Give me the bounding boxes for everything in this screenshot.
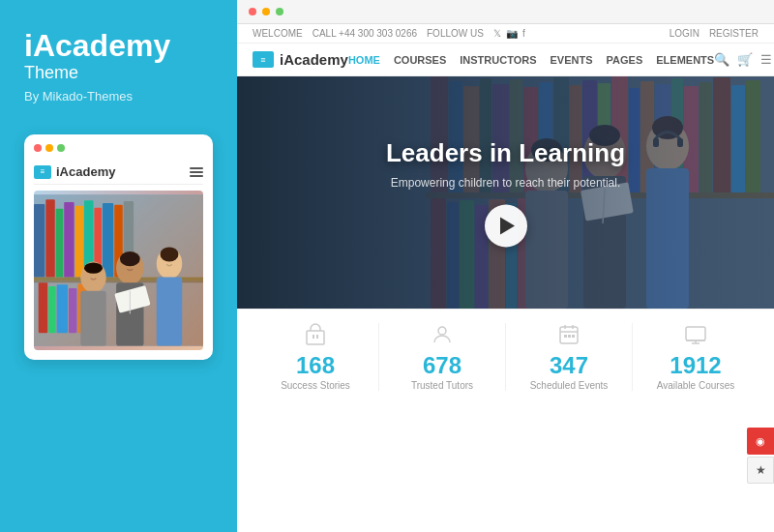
stat-label-stories: Success Stories [253, 380, 378, 391]
browser-dot-red [249, 8, 256, 15]
mobile-logo: ≡ iAcademy [34, 164, 115, 179]
search-icon[interactable]: 🔍 [714, 52, 729, 67]
floating-btn-icon: ◉ [756, 435, 765, 448]
svg-point-30 [120, 251, 140, 266]
mobile-hamburger-icon[interactable] [190, 167, 203, 177]
floating-red-button[interactable]: ◉ [747, 428, 774, 455]
top-bar-left: WELCOME CALL +44 300 303 0266 FOLLOW US … [253, 28, 525, 39]
nav-instructors[interactable]: INSTRUCTORS [460, 54, 536, 66]
stat-label-events: Scheduled Events [506, 380, 632, 391]
right-panel: WELCOME CALL +44 300 303 0266 FOLLOW US … [237, 0, 774, 532]
hero-content: Leaders in Learning Empowering children … [291, 138, 721, 248]
nav-events[interactable]: EVENTS [551, 54, 593, 66]
svg-rect-81 [307, 331, 324, 344]
svg-rect-3 [45, 199, 54, 277]
stat-label-courses: Available Courses [633, 380, 759, 391]
svg-rect-91 [572, 335, 575, 338]
menu-line-1 [190, 167, 203, 169]
stat-tutors: 678 Trusted Tutors [379, 323, 506, 391]
main-nav: ≡ iAcademy HOME COURSES INSTRUCTORS EVEN… [237, 44, 774, 76]
phone-text: CALL +44 300 303 0266 [313, 28, 417, 39]
stat-label-tutors: Trusted Tutors [379, 380, 505, 391]
twitter-icon[interactable]: 𝕏 [493, 28, 501, 39]
nav-pages[interactable]: PAGES [607, 54, 643, 66]
svg-rect-17 [69, 288, 77, 333]
stats-bar: 168 Success Stories 678 Trusted Tutors [237, 309, 774, 404]
svg-point-84 [438, 327, 446, 335]
svg-rect-16 [57, 284, 68, 333]
top-bar: WELCOME CALL +44 300 303 0266 FOLLOW US … [237, 24, 774, 44]
left-panel: iAcademy Theme By Mikado-Themes ≡ iAcade… [0, 0, 237, 532]
stat-icon-calendar [506, 323, 632, 349]
nav-courses[interactable]: COURSES [394, 54, 446, 66]
menu-line-3 [190, 175, 203, 177]
mobile-image-svg [34, 191, 203, 350]
nav-logo-icon: ≡ [253, 51, 274, 68]
stat-icon-laptop [633, 323, 759, 349]
browser-dot-green [276, 8, 283, 15]
social-icons: 𝕏 📷 f [493, 28, 525, 39]
stat-success-stories: 168 Success Stories [253, 323, 379, 391]
svg-rect-89 [564, 335, 567, 338]
svg-rect-5 [64, 202, 74, 278]
svg-point-32 [84, 263, 103, 274]
mobile-logo-icon: ≡ [34, 165, 51, 179]
stat-icon-person [379, 323, 505, 349]
stat-number-tutors: 678 [379, 353, 505, 378]
hero-subtitle: Empowering children to reach their poten… [291, 176, 721, 190]
brand-author: By Mikado-Themes [24, 89, 213, 103]
stat-courses: 1912 Available Courses [633, 323, 759, 391]
nav-right-icons: 🔍 🛒 ☰ [714, 52, 772, 67]
welcome-text: WELCOME [253, 28, 303, 39]
stat-number-courses: 1912 [633, 353, 759, 378]
mobile-header: ≡ iAcademy [34, 160, 203, 185]
nav-home[interactable]: HOME [348, 54, 380, 66]
browser-dot-yellow [262, 8, 270, 15]
brand-subtitle: Theme [24, 63, 213, 83]
nav-elements[interactable]: ELEMENTS [656, 54, 714, 66]
svg-rect-6 [75, 206, 84, 278]
stat-number-events: 347 [506, 353, 632, 378]
cart-icon[interactable]: 🛒 [737, 52, 753, 67]
hero-title: Leaders in Learning [291, 138, 721, 168]
brand-title: iAcademy [24, 29, 213, 63]
facebook-icon[interactable]: f [522, 28, 525, 39]
svg-rect-9 [103, 203, 113, 278]
follow-text: FOLLOW US [427, 28, 484, 39]
instagram-icon[interactable]: 📷 [506, 28, 518, 39]
nav-logo: ≡ iAcademy [253, 51, 348, 68]
register-link[interactable]: REGISTER [709, 28, 759, 39]
svg-point-31 [161, 248, 179, 262]
cart-btn-icon: ★ [756, 463, 766, 477]
mobile-logo-text: iAcademy [56, 164, 115, 179]
play-button[interactable] [485, 205, 527, 248]
nav-links: HOME COURSES INSTRUCTORS EVENTS PAGES EL… [348, 54, 714, 66]
stat-icon-building [253, 323, 378, 349]
login-link[interactable]: LOGIN [670, 28, 700, 39]
browser-bar [237, 0, 774, 24]
nav-logo-text: iAcademy [280, 51, 348, 68]
mobile-preview-card: ≡ iAcademy [24, 134, 213, 360]
window-dots [34, 144, 203, 152]
svg-rect-4 [56, 209, 64, 278]
svg-rect-28 [157, 278, 182, 346]
hamburger-icon[interactable]: ☰ [760, 52, 772, 67]
svg-rect-82 [313, 335, 314, 339]
menu-line-2 [190, 171, 203, 173]
dot-yellow [45, 144, 53, 152]
stat-events: 347 Scheduled Events [506, 323, 633, 391]
floating-cart-button[interactable]: ★ [747, 457, 774, 484]
svg-rect-20 [80, 291, 105, 346]
hero-section: Leaders in Learning Empowering children … [237, 76, 774, 309]
svg-rect-14 [39, 282, 47, 333]
mobile-preview-image [34, 191, 203, 350]
play-triangle-icon [500, 218, 515, 235]
svg-rect-15 [48, 286, 56, 333]
dot-red [34, 144, 42, 152]
svg-rect-92 [686, 327, 705, 340]
stat-number-stories: 168 [253, 353, 378, 378]
top-bar-right: LOGIN REGISTER [670, 28, 759, 39]
dot-green [57, 144, 65, 152]
svg-rect-2 [34, 204, 45, 278]
svg-rect-90 [568, 335, 571, 338]
